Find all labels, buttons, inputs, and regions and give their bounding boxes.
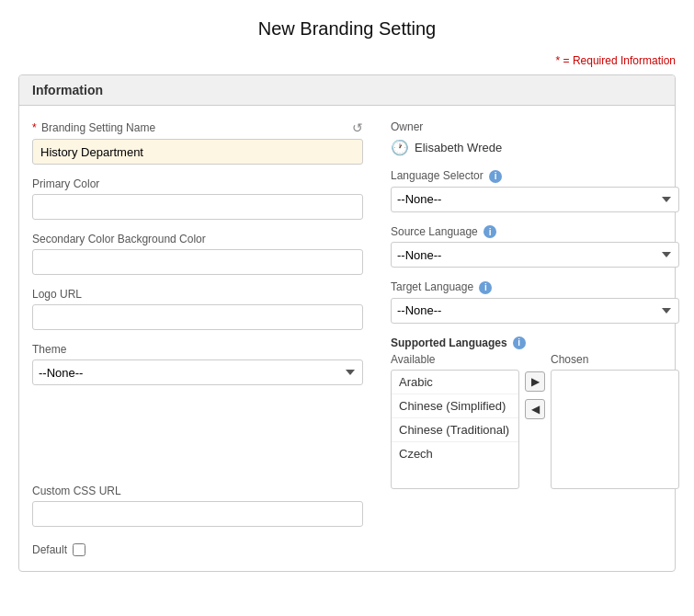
secondary-color-field-group: Secondary Color Background Color (32, 233, 363, 275)
logo-url-label: Logo URL (32, 288, 363, 301)
right-column: Owner 🕐 Elisabeth Wrede Language Selecto… (391, 120, 679, 556)
dual-list-buttons: ▶ ◀ (519, 371, 551, 419)
target-language-info-icon[interactable]: i (479, 281, 492, 294)
custom-css-field-group: Custom CSS URL (32, 485, 363, 527)
owner-field-group: Owner 🕐 Elisabeth Wrede (391, 120, 679, 156)
language-selector-label-text: Language Selector (391, 169, 484, 182)
secondary-color-input[interactable] (32, 249, 363, 275)
move-left-button[interactable]: ◀ (525, 399, 545, 419)
default-label: Default (32, 543, 67, 556)
branding-name-required-star: * (32, 121, 37, 134)
language-selector-select[interactable]: --None-- (391, 187, 679, 212)
target-language-field-group: Target Language i --None-- (391, 280, 679, 324)
section-body: * Branding Setting Name ↺ Primary Color … (19, 106, 675, 571)
list-item[interactable]: Arabic (392, 371, 518, 394)
supported-languages-info-icon[interactable]: i (513, 337, 526, 349)
language-selector-info-icon[interactable]: i (489, 170, 502, 183)
available-section: Available Arabic Chinese (Simplified) Ch… (391, 353, 519, 489)
target-language-select[interactable]: --None-- (391, 298, 679, 324)
owner-row: 🕐 Elisabeth Wrede (391, 139, 679, 156)
language-selector-field-group: Language Selector i --None-- (391, 169, 679, 212)
information-section: Information * Branding Setting Name ↺ Pr… (18, 74, 676, 572)
required-info: * = Required Information (18, 54, 676, 67)
left-column: * Branding Setting Name ↺ Primary Color … (32, 120, 363, 556)
spacer (32, 398, 363, 472)
list-item[interactable]: Czech (392, 442, 518, 465)
owner-label: Owner (391, 120, 679, 133)
chosen-section: Chosen (551, 353, 679, 489)
language-selector-label: Language Selector i (391, 169, 679, 183)
dual-list-container: Available Arabic Chinese (Simplified) Ch… (391, 353, 679, 489)
source-language-label-text: Source Language (391, 225, 478, 238)
chosen-list[interactable] (551, 370, 679, 489)
move-right-button[interactable]: ▶ (525, 371, 545, 392)
required-star: * (556, 54, 561, 67)
chosen-header: Chosen (551, 353, 679, 366)
available-list[interactable]: Arabic Chinese (Simplified) Chinese (Tra… (391, 370, 519, 489)
primary-color-label: Primary Color (32, 177, 363, 190)
branding-name-label: * Branding Setting Name (32, 121, 155, 134)
branding-name-field-group: * Branding Setting Name ↺ (32, 120, 363, 165)
custom-css-label: Custom CSS URL (32, 485, 363, 497)
target-language-label: Target Language i (391, 280, 679, 294)
owner-icon: 🕐 (391, 139, 409, 156)
default-checkbox[interactable] (73, 543, 85, 556)
default-field-group: Default (32, 543, 363, 556)
page-title: New Branding Setting (18, 18, 676, 40)
list-item[interactable]: Chinese (Simplified) (392, 394, 518, 418)
source-language-label: Source Language i (391, 225, 679, 239)
logo-url-input[interactable] (32, 304, 363, 330)
target-language-label-text: Target Language (391, 280, 473, 293)
primary-color-input[interactable] (32, 194, 363, 220)
source-language-info-icon[interactable]: i (484, 225, 496, 238)
primary-color-field-group: Primary Color (32, 177, 363, 220)
supported-languages-field-group: Supported Languages i Available Arabic C… (391, 337, 679, 489)
reset-icon[interactable]: ↺ (352, 120, 363, 135)
available-header: Available (391, 353, 519, 366)
branding-name-label-text: Branding Setting Name (41, 121, 155, 134)
section-header: Information (19, 75, 675, 106)
supported-languages-label-text: Supported Languages (391, 337, 507, 349)
source-language-field-group: Source Language i --None-- (391, 225, 679, 268)
branding-name-label-row: * Branding Setting Name ↺ (32, 120, 363, 135)
required-text: = Required Information (563, 54, 676, 67)
theme-label: Theme (32, 343, 363, 356)
theme-select[interactable]: --None-- (32, 359, 363, 385)
theme-field-group: Theme --None-- (32, 343, 363, 385)
custom-css-input[interactable] (32, 501, 363, 527)
source-language-select[interactable]: --None-- (391, 242, 679, 268)
branding-name-input[interactable] (32, 139, 363, 165)
owner-name: Elisabeth Wrede (415, 141, 502, 154)
list-item[interactable]: Chinese (Traditional) (392, 418, 518, 442)
secondary-color-label: Secondary Color Background Color (32, 233, 363, 245)
supported-languages-label: Supported Languages i (391, 337, 679, 349)
logo-url-field-group: Logo URL (32, 288, 363, 330)
